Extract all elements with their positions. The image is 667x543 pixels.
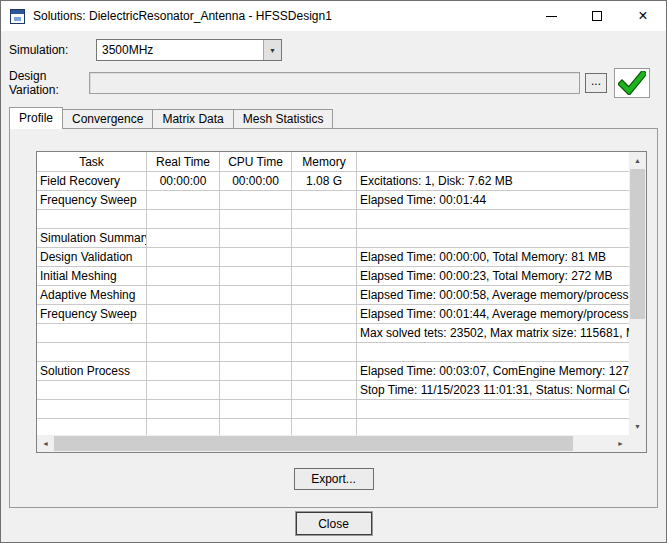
table-row[interactable] xyxy=(37,400,629,419)
cell-info xyxy=(357,210,629,229)
cell-task xyxy=(37,400,147,419)
tab-strip: Profile Convergence Matrix Data Mesh Sta… xyxy=(9,106,666,128)
cell-memory xyxy=(292,324,357,343)
table-row[interactable]: Design Validation Elapsed Time: 00:00:00… xyxy=(37,248,629,267)
cell-real-time xyxy=(147,343,220,362)
minimize-button[interactable] xyxy=(528,1,574,31)
cell-info: Max solved tets: 23502, Max matrix size:… xyxy=(357,324,629,343)
cell-cpu-time xyxy=(220,419,292,435)
scroll-right-button[interactable]: ► xyxy=(612,435,629,452)
cell-task: Solution Process xyxy=(37,362,147,381)
cell-memory xyxy=(292,362,357,381)
export-button[interactable]: Export... xyxy=(294,468,374,490)
simulation-label: Simulation: xyxy=(9,43,96,57)
profile-grid[interactable]: Task Real Time CPU Time Memory Field Rec… xyxy=(36,151,647,453)
cell-cpu-time xyxy=(220,191,292,210)
close-button[interactable]: Close xyxy=(296,512,372,535)
cell-real-time xyxy=(147,381,220,400)
close-window-button[interactable]: × xyxy=(620,1,666,31)
cell-real-time xyxy=(147,419,220,435)
cell-cpu-time xyxy=(220,286,292,305)
cell-real-time xyxy=(147,324,220,343)
cell-real-time xyxy=(147,362,220,381)
cell-memory xyxy=(292,381,357,400)
table-row[interactable]: Initial Meshing Elapsed Time: 00:00:23, … xyxy=(37,267,629,286)
tab-matrix-data[interactable]: Matrix Data xyxy=(152,109,233,128)
vertical-scroll-track[interactable] xyxy=(629,319,646,418)
cell-real-time: 00:00:00 xyxy=(147,172,220,191)
dropdown-button[interactable]: ▼ xyxy=(263,40,281,60)
table-row[interactable]: Max solved tets: 23502, Max matrix size:… xyxy=(37,324,629,343)
scroll-right-icon: ► xyxy=(617,440,624,447)
table-row[interactable]: Frequency Sweep Elapsed Time: 00:01:44 xyxy=(37,191,629,210)
cell-task: Frequency Sweep xyxy=(37,191,147,210)
cell-cpu-time xyxy=(220,267,292,286)
cell-real-time xyxy=(147,248,220,267)
tab-convergence[interactable]: Convergence xyxy=(62,109,153,128)
table-header-row: Task Real Time CPU Time Memory xyxy=(37,152,629,172)
table-row[interactable] xyxy=(37,210,629,229)
cell-memory xyxy=(292,343,357,362)
scroll-up-button[interactable]: ▲ xyxy=(629,152,646,169)
cell-task xyxy=(37,343,147,362)
cell-info xyxy=(357,419,629,435)
scrollbar-corner xyxy=(629,435,646,452)
tab-mesh-statistics[interactable]: Mesh Statistics xyxy=(233,109,334,128)
cell-memory xyxy=(292,267,357,286)
table-row[interactable] xyxy=(37,343,629,362)
cell-task: Field Recovery xyxy=(37,172,147,191)
vertical-scroll-thumb[interactable] xyxy=(630,169,645,319)
table-row[interactable]: Frequency Sweep Elapsed Time: 00:01:44, … xyxy=(37,305,629,324)
simulation-value: 3500MHz xyxy=(97,40,263,60)
cell-cpu-time xyxy=(220,305,292,324)
maximize-button[interactable] xyxy=(574,1,620,31)
cell-real-time xyxy=(147,229,220,248)
cell-real-time xyxy=(147,305,220,324)
maximize-icon xyxy=(592,11,602,21)
design-variation-field[interactable] xyxy=(89,72,580,94)
cell-real-time xyxy=(147,400,220,419)
simulation-dropdown[interactable]: 3500MHz ▼ xyxy=(96,39,282,61)
cell-info: Elapsed Time: 00:00:58, Average memory/p… xyxy=(357,286,629,305)
horizontal-scroll-track[interactable] xyxy=(573,435,612,452)
column-header-memory: Memory xyxy=(292,152,357,172)
cell-task: Initial Meshing xyxy=(37,267,147,286)
cell-real-time xyxy=(147,267,220,286)
cell-info xyxy=(357,400,629,419)
cell-task: Frequency Sweep xyxy=(37,305,147,324)
cell-info: Elapsed Time: 00:03:07, ComEngine Memory… xyxy=(357,362,629,381)
scroll-left-button[interactable]: ◄ xyxy=(37,435,54,452)
table-row[interactable]: Field Recovery 00:00:00 00:00:00 1.08 G … xyxy=(37,172,629,191)
cell-memory: 1.08 G xyxy=(292,172,357,191)
chevron-down-icon: ▼ xyxy=(269,47,276,54)
cell-real-time xyxy=(147,210,220,229)
minimize-icon xyxy=(546,16,557,17)
apply-check-button[interactable] xyxy=(614,68,650,98)
caption-buttons: × xyxy=(528,1,666,31)
horizontal-scrollbar[interactable]: ◄ ► xyxy=(37,435,629,452)
check-icon xyxy=(618,71,646,95)
table-row[interactable]: Solution Process Elapsed Time: 00:03:07,… xyxy=(37,362,629,381)
cell-cpu-time xyxy=(220,210,292,229)
cell-task xyxy=(37,324,147,343)
table-row[interactable] xyxy=(37,419,629,435)
tab-label: Mesh Statistics xyxy=(243,112,324,126)
browse-variation-button[interactable]: ... xyxy=(585,73,607,93)
cell-cpu-time xyxy=(220,362,292,381)
solutions-dialog: Solutions: DielectricResonator_Antenna -… xyxy=(0,0,667,543)
cell-memory xyxy=(292,286,357,305)
column-header-cpu-time: CPU Time xyxy=(220,152,292,172)
scroll-down-button[interactable]: ▼ xyxy=(629,418,646,435)
cell-cpu-time xyxy=(220,324,292,343)
table-row[interactable]: Adaptive Meshing Elapsed Time: 00:00:58,… xyxy=(37,286,629,305)
horizontal-scroll-thumb[interactable] xyxy=(54,436,573,451)
tab-profile[interactable]: Profile xyxy=(9,107,63,129)
table-row[interactable]: Simulation Summary xyxy=(37,229,629,248)
title-bar[interactable]: Solutions: DielectricResonator_Antenna -… xyxy=(1,1,666,31)
cell-info: Elapsed Time: 00:01:44 xyxy=(357,191,629,210)
vertical-scrollbar[interactable]: ▲ ▼ xyxy=(629,152,646,435)
table-row[interactable]: Stop Time: 11/15/2023 11:01:31, Status: … xyxy=(37,381,629,400)
dialog-icon xyxy=(10,9,25,24)
cell-task: Design Validation xyxy=(37,248,147,267)
cell-cpu-time xyxy=(220,400,292,419)
